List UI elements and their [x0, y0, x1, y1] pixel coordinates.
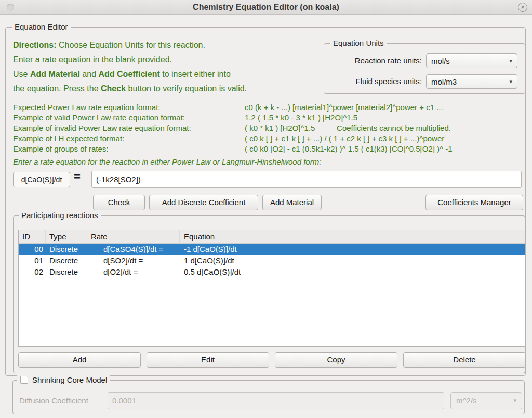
directions-line-2: Enter a rate equation in the blank provi…: [13, 52, 247, 67]
reaction-rate-units-select[interactable]: mol/s ▾: [426, 53, 517, 68]
directions-text: Directions: Choose Equation Units for th…: [13, 38, 247, 96]
rate-equation-prompt: Enter a rate equation for the reaction i…: [13, 157, 321, 166]
window-title: Chemistry Equation Editor (on koala): [0, 0, 532, 15]
table-row[interactable]: 02 Discrete d[O2]/dt = 0.5 d[CaO(S)]/dt: [19, 266, 525, 278]
fluid-species-units-label: Fluid species units:: [328, 74, 422, 89]
equation-lhs-label: d[CaO(S)]/dt: [13, 172, 70, 187]
format-examples: Expected Power Law rate equation format:…: [13, 102, 191, 154]
equals-sign: =: [74, 170, 81, 183]
format-row: Example of groups of rates:( c0 k0 [O2] …: [13, 144, 191, 154]
shrinking-core-model-label: Shrinking Core Model: [32, 375, 107, 384]
close-icon: ×: [521, 4, 524, 11]
table-row[interactable]: 01 Discrete d[SO2]/dt = 1 d[CaO(S)]/dt: [19, 255, 525, 266]
reactions-table: ID Type Rate Equation 00 Discrete d[CaSO…: [18, 230, 526, 347]
chevron-down-icon: ▾: [513, 397, 516, 404]
coefficients-manager-button[interactable]: Coefficients Manager: [425, 195, 523, 210]
column-header-id[interactable]: ID: [19, 230, 46, 243]
shrinking-core-model-group: Shrinking Core Model Diffusion Coefficie…: [12, 380, 525, 414]
diffusion-coefficient-input: [108, 392, 444, 409]
delete-button[interactable]: Delete: [403, 352, 526, 368]
rate-equation-input[interactable]: [91, 171, 522, 188]
edit-button[interactable]: Edit: [147, 352, 269, 368]
copy-button[interactable]: Copy: [275, 352, 397, 368]
participating-reactions-group-label: Participating reactions: [19, 211, 101, 220]
column-header-equation[interactable]: Equation: [180, 230, 525, 243]
fluid-species-units-select[interactable]: mol/m3 ▾: [426, 74, 517, 89]
window-menu-icon: [7, 4, 14, 11]
format-row: Example of invalid Power Law rate equati…: [13, 123, 191, 133]
reactions-table-header: ID Type Rate Equation: [19, 230, 525, 244]
directions-line-3: Use Add Material and Add Coefficient to …: [13, 67, 247, 82]
reaction-rate-units-label: Reaction rate units:: [328, 53, 422, 69]
equation-editor-group-label: Equation Editor: [12, 22, 71, 31]
chevron-down-icon: ▾: [509, 58, 512, 64]
check-button[interactable]: Check: [93, 195, 145, 210]
equation-editor-group: Equation Editor Directions: Choose Equat…: [5, 27, 526, 376]
add-button[interactable]: Add: [18, 352, 141, 368]
format-row: Expected Power Law rate equation format:…: [13, 102, 191, 113]
shrinking-core-checkbox[interactable]: [20, 376, 28, 384]
close-button[interactable]: ×: [518, 3, 527, 12]
reaction-rate-units-value: mol/s: [431, 57, 450, 65]
directions-line-4: the equation. Press the Check button to …: [13, 82, 247, 96]
titlebar: Chemistry Equation Editor (on koala) ×: [0, 0, 532, 15]
table-row[interactable]: 00 Discrete d[CaSO4(S)]/dt = -1 d[CaO(S)…: [19, 244, 525, 255]
equation-units-group: Equation Units Reaction rate units: mol/…: [324, 43, 525, 94]
diffusion-units-select: m^2/s ▾: [450, 392, 522, 409]
directions-line-1: Directions: Choose Equation Units for th…: [13, 38, 247, 52]
fluid-species-units-value: mol/m3: [431, 77, 457, 86]
diffusion-units-value: m^2/s: [456, 396, 477, 405]
add-material-button[interactable]: Add Material: [262, 195, 322, 210]
equation-units-group-label: Equation Units: [330, 38, 387, 47]
add-discrete-coefficient-button[interactable]: Add Discrete Coefficient: [149, 195, 258, 210]
participating-reactions-group: Participating reactions ID Type Rate Equ…: [13, 215, 525, 373]
format-row: Example of valid Power Law rate equation…: [13, 113, 191, 123]
column-header-rate[interactable]: Rate: [86, 230, 180, 243]
format-row: Example of LH expected format:( c0 k [ ]…: [13, 133, 191, 144]
column-header-type[interactable]: Type: [46, 230, 86, 243]
chevron-down-icon: ▾: [509, 78, 512, 85]
diffusion-coefficient-label: Diffusion Coefficient: [19, 392, 88, 409]
